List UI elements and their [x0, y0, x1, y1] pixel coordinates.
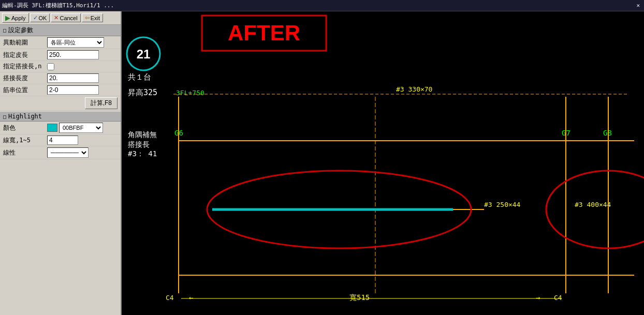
param-row-color: 顏色 00BFBF	[0, 122, 121, 134]
param-label-range: 異動範圍	[3, 38, 47, 47]
param-row-splice-length: 搭接長度	[0, 72, 121, 84]
svg-text:G8: G8	[603, 129, 612, 137]
canvas-area: AFTER 21 共１台 昇高325 3FL+750 #3 330×70 G6 …	[122, 11, 644, 315]
calc-button[interactable]: 計算,F8	[85, 97, 118, 109]
param-label-linestyle: 線性	[3, 148, 47, 157]
apply-icon: ▶	[5, 14, 10, 22]
splice-specify-checkbox[interactable]	[47, 63, 54, 70]
color-select[interactable]: 00BFBF	[59, 123, 103, 133]
param-label-color: 顏色	[3, 124, 47, 132]
splice-length-input[interactable]	[47, 73, 99, 83]
param-row-splice-specify: 指定搭接長,n	[0, 61, 121, 72]
svg-text:C4: C4	[554, 294, 562, 302]
svg-text:#3  250×44: #3 250×44	[484, 201, 521, 208]
param-label-splice-length: 搭接長度	[3, 74, 47, 83]
svg-text:角隅補無: 角隅補無	[128, 130, 157, 139]
svg-text:#3  400×44: #3 400×44	[575, 201, 611, 208]
highlight-collapse-icon: □	[3, 114, 6, 119]
cancel-button[interactable]: ✕ Cancel	[51, 13, 80, 22]
cad-svg: AFTER 21 共１台 昇高325 3FL+750 #3 330×70 G6 …	[122, 11, 644, 315]
svg-text:←: ←	[189, 293, 193, 302]
svg-text:共１台: 共１台	[128, 72, 151, 82]
param-label-bar-pos: 筋串位置	[3, 86, 47, 95]
svg-text:C4: C4	[166, 294, 174, 302]
close-button[interactable]: ✕	[634, 2, 642, 9]
svg-text:#3  330×70: #3 330×70	[396, 85, 432, 93]
settings-section-header[interactable]: □ 設定參數	[0, 25, 121, 36]
calc-row: 計算,F8	[0, 96, 121, 111]
param-label-linewidth: 線寬,1~5	[3, 136, 47, 145]
svg-text:昇高325: 昇高325	[128, 88, 157, 97]
exit-icon: ⇦	[85, 14, 90, 21]
linewidth-input[interactable]	[47, 136, 78, 145]
length-input[interactable]	[47, 50, 99, 59]
param-row-linewidth: 線寬,1~5	[0, 134, 121, 146]
svg-text:寬515: 寬515	[349, 293, 370, 302]
svg-text:3FL+750: 3FL+750	[176, 89, 204, 97]
ok-icon: ✓	[33, 14, 38, 21]
param-row-linestyle: 線性 ───────	[0, 146, 121, 159]
bar-pos-input[interactable]	[47, 85, 99, 95]
svg-text:搭接長: 搭接長	[128, 140, 150, 148]
apply-button[interactable]: ▶ Apply	[2, 13, 29, 23]
param-label-length: 指定皮長	[3, 51, 47, 59]
highlight-section-header[interactable]: □ Highlight	[0, 112, 121, 122]
window-title: 編輯-調長 3FL:樓梯牆T15,Hori1/1 ...	[2, 2, 634, 9]
param-row-length: 指定皮長	[0, 49, 121, 61]
titlebar: 編輯-調長 3FL:樓梯牆T15,Hori1/1 ... ✕	[0, 0, 644, 11]
svg-text:AFTER: AFTER	[228, 21, 300, 45]
left-panel: ▶ Apply ✓ OK ✕ Cancel ⇦ Exit □ 設定參數 異動範圍…	[0, 11, 122, 315]
cancel-icon: ✕	[54, 14, 58, 21]
param-row-bar-pos: 筋串位置	[0, 84, 121, 96]
svg-text:21: 21	[137, 47, 151, 61]
range-select[interactable]: 各區-同位	[47, 37, 104, 48]
toolbar: ▶ Apply ✓ OK ✕ Cancel ⇦ Exit	[0, 11, 121, 25]
ok-button[interactable]: ✓ OK	[30, 13, 50, 22]
color-swatch[interactable]	[47, 124, 57, 132]
param-label-splice-specify: 指定搭接長,n	[3, 62, 47, 71]
param-row-range: 異動範圍 各區-同位	[0, 36, 121, 49]
exit-button[interactable]: ⇦ Exit	[82, 13, 103, 22]
svg-text:→: →	[536, 293, 540, 302]
svg-text:#3：  41: #3： 41	[128, 149, 157, 158]
collapse-icon: □	[3, 27, 6, 33]
linestyle-select[interactable]: ───────	[47, 147, 89, 158]
